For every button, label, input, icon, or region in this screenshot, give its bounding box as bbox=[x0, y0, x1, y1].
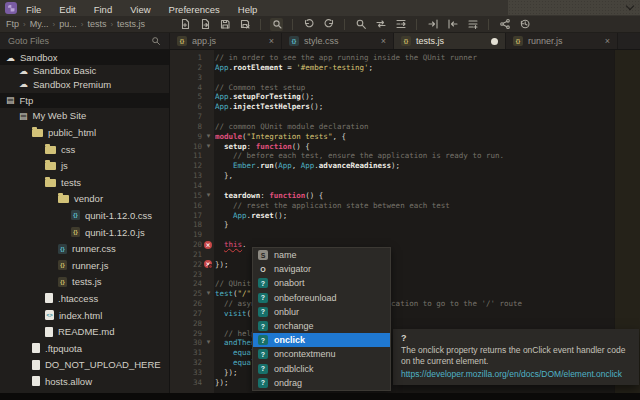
menu-preferences[interactable]: Preferences bbox=[160, 4, 229, 15]
tab-close-icon[interactable]: × bbox=[605, 36, 610, 46]
chevron-down-icon[interactable] bbox=[626, 2, 634, 10]
fold-arrow-icon[interactable]: ▾ bbox=[202, 132, 215, 142]
tree-item-runner-css[interactable]: {}runner.css bbox=[0, 240, 169, 257]
replace-button[interactable] bbox=[374, 18, 387, 31]
indent-in-button[interactable] bbox=[426, 18, 439, 31]
tree-item-tests[interactable]: tests bbox=[0, 174, 169, 191]
tree-item-vendor[interactable]: vendor bbox=[0, 191, 169, 208]
error-gutter-icon[interactable]: × bbox=[202, 240, 215, 250]
tree-item-qunit-1-12-0-js[interactable]: {}qunit-1.12.0.js bbox=[0, 224, 169, 241]
error-gutter-icon[interactable]: × bbox=[202, 260, 215, 270]
indent-out-button[interactable] bbox=[446, 18, 459, 31]
tree-item-public_html[interactable]: public_html bbox=[0, 124, 169, 141]
code-line[interactable]: 2App.rootElement = '#ember-testing'; bbox=[170, 63, 640, 73]
autocomplete-item-onabort[interactable]: ?onabort bbox=[253, 276, 390, 290]
autocomplete-item-name[interactable]: Sname bbox=[253, 248, 390, 262]
error-icon[interactable]: × bbox=[204, 260, 212, 268]
tree-item-do_not_upload_here[interactable]: DO_NOT_UPLOAD_HERE bbox=[0, 357, 169, 374]
tree-item-ftp[interactable]: ▤Ftp bbox=[0, 93, 169, 108]
code-line[interactable]: 11 // before each test, ensure the appli… bbox=[170, 151, 640, 161]
menu-view[interactable]: View bbox=[121, 4, 159, 15]
code-line[interactable]: 19 bbox=[170, 230, 640, 240]
code-line[interactable]: 8// common QUnit module declaration bbox=[170, 122, 640, 132]
open-file-button[interactable] bbox=[198, 18, 211, 31]
goto-files-input[interactable]: Goto Files bbox=[0, 33, 170, 49]
autocomplete-item-oncontextmenu[interactable]: ?oncontextmenu bbox=[253, 347, 390, 361]
autocomplete-item-ondrag[interactable]: ?ondrag bbox=[253, 376, 390, 390]
autocomplete-item-onbeforeunload[interactable]: ?onbeforeunload bbox=[253, 291, 390, 305]
tab-tests-js[interactable]: {}tests.js bbox=[394, 33, 506, 49]
code-line[interactable]: 23 bbox=[170, 270, 640, 280]
find-button[interactable] bbox=[354, 18, 367, 31]
code-line[interactable]: 26 // async helpers will cause the appli… bbox=[170, 299, 640, 309]
autocomplete-item-onclick[interactable]: ?onclick bbox=[253, 333, 390, 347]
goto-line-button[interactable] bbox=[394, 18, 407, 31]
fold-arrow-icon[interactable]: ▾ bbox=[202, 338, 215, 348]
code-line[interactable]: 13 }, bbox=[170, 171, 640, 181]
code-line[interactable]: 10▾ setup: function() { bbox=[170, 142, 640, 152]
tab-runner-js[interactable]: {}runner.js× bbox=[506, 33, 618, 49]
share-button[interactable] bbox=[498, 18, 511, 31]
code-line[interactable]: 16 // reset the application state betwee… bbox=[170, 201, 640, 211]
tab-style-css[interactable]: {}style.css× bbox=[282, 33, 394, 49]
tree-item-sandbox-basic[interactable]: ☁Sandbox Basic bbox=[0, 65, 169, 76]
code-line[interactable]: 14 bbox=[170, 181, 640, 191]
redo-button[interactable] bbox=[322, 18, 335, 31]
code-line[interactable]: 24// QUnit integration tests bbox=[170, 279, 640, 289]
save-as-button[interactable] bbox=[238, 18, 251, 31]
tree-item-css[interactable]: css bbox=[0, 141, 169, 158]
code-line[interactable]: 15▾ teardown: function() { bbox=[170, 191, 640, 201]
tree-item-runner-js[interactable]: {}runner.js bbox=[0, 257, 169, 274]
tree-item-hosts-allow[interactable]: hosts.allow bbox=[0, 373, 169, 390]
save-button[interactable] bbox=[218, 18, 231, 31]
breadcrumb-segment[interactable]: Ftp bbox=[6, 19, 19, 29]
breadcrumb-segment[interactable]: pu... bbox=[59, 19, 77, 29]
breadcrumb-segment[interactable]: tests bbox=[87, 19, 106, 29]
tree-item-js[interactable]: js bbox=[0, 157, 169, 174]
doc-tooltip-link[interactable]: https://developer.mozilla.org/en/docs/DO… bbox=[401, 369, 631, 379]
code-line[interactable]: 7 bbox=[170, 112, 640, 122]
code-line[interactable]: 1// in order to see the app running insi… bbox=[170, 53, 640, 63]
wrap-settings-button[interactable] bbox=[466, 18, 479, 31]
tab-close-icon[interactable]: × bbox=[269, 36, 274, 46]
tree-item--ftpquota[interactable]: .ftpquota bbox=[0, 340, 169, 357]
fold-arrow-icon[interactable]: ▾ bbox=[202, 142, 215, 152]
fold-arrow-icon[interactable]: ▾ bbox=[202, 191, 215, 201]
autocomplete-item-onchange[interactable]: ?onchange bbox=[253, 319, 390, 333]
tree-item-tests-js[interactable]: {}tests.js bbox=[0, 274, 169, 291]
menu-find[interactable]: Find bbox=[85, 4, 121, 15]
tree-item-sandbox[interactable]: ☁Sandbox bbox=[0, 50, 169, 65]
menu-file[interactable]: File bbox=[17, 4, 50, 15]
fold-arrow-icon[interactable]: ▾ bbox=[202, 289, 215, 299]
collapsed-top-panel[interactable] bbox=[508, 0, 640, 15]
menu-edit[interactable]: Edit bbox=[50, 4, 84, 15]
tree-item-qunit-1-12-0-css[interactable]: {}qunit-1.12.0.css bbox=[0, 207, 169, 224]
code-line[interactable]: 4// Common test setup bbox=[170, 83, 640, 93]
autocomplete-item-onblur[interactable]: ?onblur bbox=[253, 305, 390, 319]
tree-item-sandbox-premium[interactable]: ☁Sandbox Premium bbox=[0, 76, 169, 93]
autocomplete-item-ondblclick[interactable]: ?ondblclick bbox=[253, 362, 390, 376]
new-file-button[interactable] bbox=[178, 18, 191, 31]
code-line[interactable]: 22×}); bbox=[170, 260, 640, 270]
code-line[interactable]: 18 } bbox=[170, 220, 640, 230]
code-line[interactable]: 5App.setupForTesting(); bbox=[170, 92, 640, 102]
history-button[interactable] bbox=[518, 18, 531, 31]
tree-item--htaccess[interactable]: .htaccess bbox=[0, 290, 169, 307]
code-line[interactable]: 17 App.reset(); bbox=[170, 211, 640, 221]
breadcrumb-segment[interactable]: tests.js bbox=[117, 19, 145, 29]
tab-app-js[interactable]: {}app.js× bbox=[170, 33, 282, 49]
code-line[interactable]: 25▾test("/", function() { bbox=[170, 289, 640, 299]
undo-button[interactable] bbox=[302, 18, 315, 31]
code-line[interactable]: 28 bbox=[170, 319, 640, 329]
code-line[interactable]: 20× this. bbox=[170, 240, 640, 250]
menu-help[interactable]: Help bbox=[229, 4, 267, 15]
error-icon[interactable]: × bbox=[204, 241, 212, 249]
breadcrumb-segment[interactable]: My... bbox=[30, 19, 49, 29]
tree-item-readme-md[interactable]: README.md bbox=[0, 323, 169, 340]
tree-item-index-html[interactable]: <>index.html bbox=[0, 307, 169, 324]
code-line[interactable]: 3 bbox=[170, 73, 640, 83]
tab-close-icon[interactable]: × bbox=[381, 36, 386, 46]
preview-search-button[interactable] bbox=[270, 18, 283, 31]
code-line[interactable]: 27 visit("/"); bbox=[170, 309, 640, 319]
tree-item-my-web-site[interactable]: ▤My Web Site bbox=[0, 108, 169, 125]
